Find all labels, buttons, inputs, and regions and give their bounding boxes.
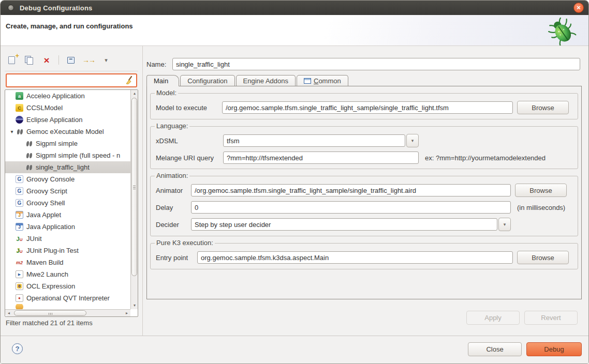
decider-combo-input[interactable] — [191, 218, 497, 231]
expand-arrow-icon[interactable]: ▾ — [8, 129, 16, 134]
clear-filter-broom-icon[interactable] — [125, 76, 134, 85]
window-title: Debug Configurations — [20, 4, 93, 12]
close-button[interactable]: Close — [468, 342, 522, 356]
tab-common[interactable]: Common — [297, 75, 348, 86]
launch-configs-panel: + × →→ ▾ Acceleo ApplicationCCSLModelEcl… — [5, 46, 139, 336]
junit-icon — [16, 235, 23, 242]
tree-horizontal-scrollbar[interactable]: ◂ ▸ — [5, 309, 130, 316]
model-browse-button[interactable]: Browse — [517, 101, 569, 114]
tree-item-label: Groovy Shell — [26, 199, 65, 207]
gemoc-icon — [25, 151, 33, 159]
revert-button[interactable]: Revert — [524, 311, 578, 325]
entry-point-label: Entry point — [156, 254, 194, 262]
animator-label: Animator — [156, 187, 188, 194]
tree-item-label: Sigpml simple — [36, 140, 78, 147]
collapse-all-icon[interactable] — [65, 54, 77, 66]
junit-plugin-icon — [16, 247, 23, 254]
delete-configuration-icon[interactable]: × — [41, 54, 52, 66]
help-button[interactable]: ? — [12, 343, 23, 354]
tab-main[interactable]: Main — [146, 75, 179, 86]
pure-k3-group-legend: Pure K3 execution: — [155, 239, 215, 247]
filter-status: Filter matched 21 of 21 items — [6, 319, 93, 327]
config-tree: Acceleo ApplicationCCSLModelEclipse Appl… — [5, 89, 138, 317]
horizontal-scroll-thumb[interactable] — [14, 310, 86, 316]
xdsml-label: xDSML — [156, 137, 220, 145]
tree-item[interactable]: Operational QVT Interpreter — [5, 292, 130, 304]
scroll-left-icon[interactable]: ◂ — [5, 310, 12, 317]
titlebar[interactable]: Debug Configurations × — [1, 1, 588, 15]
main-tab-content: Model: Model to execute Browse Language:… — [146, 86, 582, 299]
panel-divider[interactable] — [142, 46, 143, 336]
entry-point-browse-button[interactable]: Browse — [517, 251, 569, 264]
tree-item[interactable]: Sigpml simple (full speed - n — [5, 149, 130, 161]
xdsml-combo-input[interactable] — [223, 134, 405, 147]
tree-item-label: CCSLModel — [26, 104, 63, 112]
tree-item[interactable]: Groovy Console — [5, 173, 130, 185]
apply-revert-row: Apply Revert — [466, 311, 578, 325]
tree-item[interactable]: ▾Gemoc eXecutable Model — [5, 126, 130, 138]
mwe2-icon — [16, 270, 23, 278]
model-to-execute-label: Model to execute — [156, 104, 219, 112]
tree-item[interactable]: Acceleo Application — [5, 90, 130, 102]
unknown-icon — [16, 304, 23, 309]
decider-dropdown-button[interactable]: ▾ — [498, 218, 511, 231]
filter-configurations-icon[interactable]: →→ — [83, 54, 94, 66]
table-icon — [304, 78, 311, 84]
tree-item[interactable]: Groovy Shell — [5, 197, 130, 209]
model-group: Model: Model to execute Browse — [150, 93, 578, 119]
entry-point-input[interactable] — [197, 251, 513, 264]
tree-item[interactable]: Groovy Script — [5, 185, 130, 197]
name-input[interactable] — [172, 58, 580, 70]
xdsml-dropdown-button[interactable]: ▾ — [406, 134, 419, 147]
animator-input[interactable] — [191, 184, 511, 196]
filter-input[interactable] — [9, 75, 125, 86]
debug-configurations-dialog: Debug Configurations × Create, manage, a… — [0, 0, 589, 364]
tree-item[interactable]: Java Applet — [5, 209, 130, 221]
language-group-legend: Language: — [155, 122, 189, 130]
tree-item[interactable]: CCSLModel — [5, 102, 130, 114]
toolbar-menu-chevron-icon[interactable]: ▾ — [100, 54, 112, 66]
dialog-header: Create, manage, and run configurations — [1, 15, 588, 46]
delay-input[interactable] — [191, 201, 511, 214]
decider-label: Decider — [156, 221, 188, 229]
tree-item[interactable]: OCL Expression — [5, 280, 130, 292]
tree-item[interactable]: Maven Build — [5, 256, 130, 268]
tree-vertical-scrollbar[interactable]: ▴ ▾ — [130, 90, 138, 309]
dialog-content: + × →→ ▾ Acceleo ApplicationCCSLModelEcl… — [1, 46, 588, 336]
tree-item[interactable]: JUnit — [5, 233, 130, 245]
tree-item[interactable]: Mwe2 Launch — [5, 268, 130, 280]
tree-item[interactable] — [5, 304, 130, 309]
model-group-legend: Model: — [155, 89, 178, 97]
vertical-scroll-thumb[interactable] — [131, 98, 137, 276]
tree-item[interactable]: JUnit Plug-in Test — [5, 245, 130, 256]
configuration-detail-panel: Name: Main Configuration Engine Addons C… — [146, 46, 585, 336]
tree-item[interactable]: Eclipse Application — [5, 114, 130, 126]
melange-uri-label: Melange URI query — [156, 154, 220, 162]
new-configuration-icon[interactable]: + — [6, 54, 17, 66]
tree-item-label: single_traffic_light — [36, 163, 90, 171]
tree-item-label: JUnit Plug-in Test — [26, 247, 79, 254]
tree-item-selected[interactable]: single_traffic_light — [5, 161, 130, 173]
model-to-execute-input[interactable] — [222, 101, 513, 114]
apply-button[interactable]: Apply — [466, 311, 520, 325]
tree-item-label: Sigpml simple (full speed - n — [36, 151, 120, 159]
tab-configuration[interactable]: Configuration — [180, 75, 234, 86]
tree-item[interactable]: Sigpml simple — [5, 138, 130, 149]
dialog-subtitle: Create, manage, and run configurations — [6, 22, 133, 30]
animator-browse-button[interactable]: Browse — [515, 184, 567, 197]
gemoc-icon — [25, 163, 33, 171]
melange-uri-input[interactable] — [223, 151, 419, 164]
scroll-down-icon[interactable]: ▾ — [131, 302, 138, 309]
maven-icon — [16, 259, 23, 266]
tree-item[interactable]: Java Application — [5, 221, 130, 233]
gemoc-icon — [16, 128, 23, 135]
tab-engine-addons[interactable]: Engine Addons — [236, 75, 296, 86]
acceleo-icon — [16, 92, 23, 100]
scroll-up-icon[interactable]: ▴ — [131, 90, 138, 97]
debug-button[interactable]: Debug — [526, 342, 582, 356]
scroll-right-icon[interactable]: ▸ — [123, 310, 130, 317]
ocl-icon — [16, 282, 23, 290]
tree-item-label: Operational QVT Interpreter — [26, 294, 110, 302]
close-window-button[interactable]: × — [573, 3, 584, 13]
duplicate-configuration-icon[interactable] — [23, 54, 35, 66]
